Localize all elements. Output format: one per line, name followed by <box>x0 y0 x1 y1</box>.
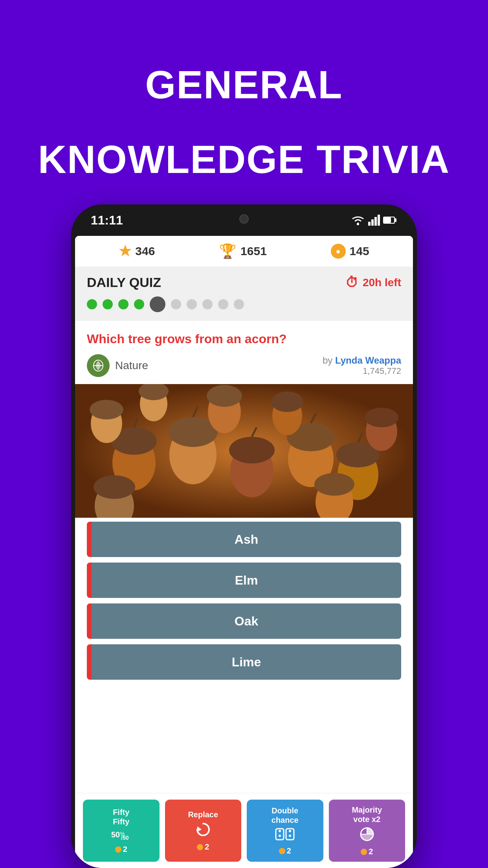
dot-5-current <box>150 296 165 312</box>
question-text: Which tree grows from an acorn? <box>87 332 401 346</box>
phone-screen: ★ 346 🏆 1651 ● 145 DAILY QUIZ ⏱ 20h left <box>75 236 413 868</box>
svg-point-38 <box>94 475 135 499</box>
phone-status-bar: 11:11 <box>71 204 417 236</box>
acorn-illustration <box>75 384 413 518</box>
answer-text-lime: Lime <box>92 644 401 680</box>
category-label: Nature <box>115 359 148 372</box>
author-name: Lynda Weappa <box>335 355 401 366</box>
majority-vote-cost: 2 <box>361 847 373 856</box>
phone-camera <box>239 214 249 224</box>
stars-score: ★ 346 <box>119 243 155 259</box>
svg-point-0 <box>357 223 359 225</box>
progress-dots <box>87 296 401 317</box>
answer-ash[interactable]: Ash <box>87 522 401 557</box>
timer-text: 20h left <box>363 276 401 289</box>
phone-frame: 11:11 <box>71 204 417 868</box>
answer-elm[interactable]: Elm <box>87 563 401 598</box>
double-chance-label: Double chance <box>272 806 299 825</box>
replace-cost: 2 <box>197 842 209 851</box>
svg-point-47 <box>279 835 281 837</box>
lifeline-double-chance[interactable]: Double chance 2 <box>247 800 323 862</box>
majority-vote-label: Majority vote x2 <box>352 805 382 824</box>
dot-8 <box>202 299 213 309</box>
question-image <box>75 384 413 518</box>
answers-section: Ash Elm Oak Lime <box>75 518 413 793</box>
fifty-fifty-cost: 2 <box>115 845 127 854</box>
svg-rect-4 <box>378 215 380 226</box>
svg-text:/50: /50 <box>121 835 129 840</box>
svg-rect-6 <box>395 218 396 222</box>
svg-rect-3 <box>374 217 377 226</box>
double-chance-icon <box>275 827 295 844</box>
play-count: 1,745,772 <box>323 366 401 376</box>
score-bar: ★ 346 🏆 1651 ● 145 <box>75 236 413 267</box>
answer-text-elm: Elm <box>92 563 401 598</box>
trophy-icon: 🏆 <box>219 243 237 259</box>
lifeline-fifty-fifty[interactable]: Fifty Fifty 50 % /50 2 <box>83 800 160 862</box>
timer-icon: ⏱ <box>345 275 359 290</box>
trophy-value: 1651 <box>240 245 267 258</box>
star-icon: ★ <box>119 243 131 259</box>
dot-1 <box>87 299 97 309</box>
page-title: GENERAL KNOWLEDGE TRIVIA <box>38 31 450 181</box>
fifty-fifty-label: Fifty Fifty <box>113 807 129 826</box>
svg-point-34 <box>271 392 303 412</box>
svg-point-32 <box>207 385 242 407</box>
dot-9 <box>218 299 228 309</box>
dot-6 <box>171 299 181 309</box>
answer-oak[interactable]: Oak <box>87 603 401 639</box>
timer-badge: ⏱ 20h left <box>345 275 401 290</box>
majority-vote-icon <box>359 826 375 845</box>
daily-quiz-title-row: DAILY QUIZ ⏱ 20h left <box>87 275 401 290</box>
svg-marker-44 <box>197 826 202 832</box>
svg-rect-8 <box>384 217 391 223</box>
author-info: by Lynda Weappa 1,745,772 <box>323 355 401 376</box>
svg-text:50: 50 <box>111 830 120 839</box>
svg-point-46 <box>279 830 281 832</box>
double-chance-cost: 2 <box>279 846 291 855</box>
coin-icon: ● <box>331 244 346 259</box>
question-section: Which tree grows from an acorn? Nature b <box>75 321 413 384</box>
dot-3 <box>118 299 128 309</box>
answer-indicator-ash <box>87 522 92 557</box>
category-icon <box>87 354 110 377</box>
replace-label: Replace <box>188 810 218 819</box>
answer-indicator-lime <box>87 644 92 680</box>
coins-score: ● 145 <box>331 244 369 259</box>
dot-7 <box>187 299 197 309</box>
signal-icon <box>368 215 380 226</box>
signal-icons <box>351 215 397 226</box>
svg-point-49 <box>289 830 291 832</box>
lifeline-replace[interactable]: Replace 2 <box>165 800 242 862</box>
daily-quiz-label: DAILY QUIZ <box>87 275 161 290</box>
lifelines-bar: Fifty Fifty 50 % /50 2 Replace <box>75 793 413 868</box>
trophy-score: 🏆 1651 <box>219 243 267 259</box>
stars-value: 346 <box>135 245 155 258</box>
replace-icon <box>195 822 211 840</box>
answer-indicator-oak <box>87 603 92 639</box>
dot-10 <box>234 299 244 309</box>
svg-point-30 <box>365 408 398 427</box>
svg-point-50 <box>289 835 291 837</box>
svg-point-40 <box>314 473 354 496</box>
answer-lime[interactable]: Lime <box>87 644 401 680</box>
answer-indicator-elm <box>87 563 92 598</box>
svg-point-28 <box>90 400 123 419</box>
answer-text-ash: Ash <box>92 522 401 557</box>
svg-rect-2 <box>371 219 374 226</box>
dot-4 <box>134 299 144 309</box>
category-badge: Nature <box>87 354 148 377</box>
author-prefix: by <box>323 355 332 366</box>
wifi-icon <box>351 215 365 226</box>
lifeline-majority-vote[interactable]: Majority vote x2 2 <box>329 800 405 862</box>
coins-value: 145 <box>350 245 369 258</box>
dot-2 <box>103 299 113 309</box>
answer-text-oak: Oak <box>92 603 401 639</box>
daily-quiz-header: DAILY QUIZ ⏱ 20h left <box>75 267 413 321</box>
question-meta: Nature by Lynda Weappa 1,745,772 <box>87 354 401 377</box>
phone-time: 11:11 <box>91 213 123 228</box>
battery-icon <box>383 216 397 224</box>
fifty-fifty-icon: 50 % /50 <box>111 829 131 842</box>
svg-point-19 <box>229 437 275 463</box>
svg-rect-1 <box>368 222 371 226</box>
